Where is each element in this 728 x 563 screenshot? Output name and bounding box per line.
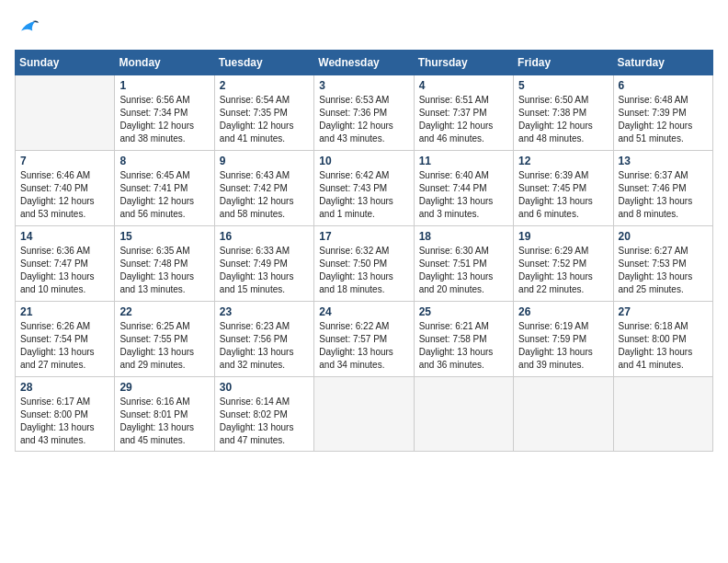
calendar-day: 2Sunrise: 6:54 AMSunset: 7:35 PMDaylight… — [214, 75, 313, 151]
calendar-table: SundayMondayTuesdayWednesdayThursdayFrid… — [15, 50, 713, 452]
calendar-day — [314, 377, 414, 452]
day-info: Sunrise: 6:37 AMSunset: 7:46 PMDaylight:… — [619, 169, 708, 221]
day-info: Sunrise: 6:27 AMSunset: 7:53 PMDaylight:… — [619, 245, 708, 296]
day-info: Sunrise: 6:25 AMSunset: 7:55 PMDaylight:… — [119, 320, 209, 372]
calendar-day: 6Sunrise: 6:48 AMSunset: 7:39 PMDaylight… — [613, 75, 712, 151]
day-info: Sunrise: 6:53 AMSunset: 7:36 PMDaylight:… — [319, 94, 408, 145]
calendar-week-3: 14Sunrise: 6:36 AMSunset: 7:47 PMDayligh… — [16, 226, 713, 302]
day-number: 24 — [319, 305, 408, 318]
calendar-day: 29Sunrise: 6:16 AMSunset: 8:01 PMDayligh… — [115, 377, 214, 452]
calendar-day — [16, 75, 115, 151]
day-number: 19 — [518, 230, 608, 243]
column-header-sunday: Sunday — [16, 51, 115, 75]
column-header-thursday: Thursday — [414, 51, 513, 75]
calendar-day: 17Sunrise: 6:32 AMSunset: 7:50 PMDayligh… — [314, 226, 414, 302]
day-info: Sunrise: 6:33 AMSunset: 7:49 PMDaylight:… — [220, 245, 309, 296]
calendar-day — [414, 377, 513, 452]
day-number: 28 — [20, 381, 109, 394]
calendar-week-2: 7Sunrise: 6:46 AMSunset: 7:40 PMDaylight… — [16, 151, 713, 226]
day-number: 12 — [518, 155, 608, 167]
day-info: Sunrise: 6:22 AMSunset: 7:57 PMDaylight:… — [319, 320, 408, 372]
calendar-day: 7Sunrise: 6:46 AMSunset: 7:40 PMDaylight… — [16, 151, 115, 226]
day-number: 7 — [20, 155, 109, 167]
day-info: Sunrise: 6:21 AMSunset: 7:58 PMDaylight:… — [419, 320, 508, 372]
day-number: 13 — [619, 155, 708, 167]
calendar-day: 18Sunrise: 6:30 AMSunset: 7:51 PMDayligh… — [414, 226, 513, 302]
day-info: Sunrise: 6:18 AMSunset: 8:00 PMDaylight:… — [619, 320, 708, 372]
day-info: Sunrise: 6:26 AMSunset: 7:54 PMDaylight:… — [20, 320, 109, 372]
day-number: 17 — [319, 230, 408, 243]
calendar-day: 1Sunrise: 6:56 AMSunset: 7:34 PMDaylight… — [115, 75, 214, 151]
calendar-day: 5Sunrise: 6:50 AMSunset: 7:38 PMDaylight… — [514, 75, 613, 151]
day-info: Sunrise: 6:23 AMSunset: 7:56 PMDaylight:… — [220, 320, 309, 372]
day-info: Sunrise: 6:29 AMSunset: 7:52 PMDaylight:… — [518, 245, 608, 296]
day-number: 30 — [220, 381, 309, 394]
column-header-wednesday: Wednesday — [314, 51, 414, 75]
day-number: 20 — [619, 230, 708, 243]
day-number: 3 — [319, 79, 408, 92]
day-number: 25 — [419, 305, 508, 318]
calendar-day: 22Sunrise: 6:25 AMSunset: 7:55 PMDayligh… — [115, 302, 214, 377]
calendar-day: 27Sunrise: 6:18 AMSunset: 8:00 PMDayligh… — [613, 302, 712, 377]
calendar-day: 19Sunrise: 6:29 AMSunset: 7:52 PMDayligh… — [514, 226, 613, 302]
day-info: Sunrise: 6:36 AMSunset: 7:47 PMDaylight:… — [20, 245, 109, 296]
calendar-day: 30Sunrise: 6:14 AMSunset: 8:02 PMDayligh… — [214, 377, 313, 452]
column-header-friday: Friday — [514, 51, 613, 75]
day-info: Sunrise: 6:51 AMSunset: 7:37 PMDaylight:… — [419, 94, 508, 145]
day-info: Sunrise: 6:19 AMSunset: 7:59 PMDaylight:… — [518, 320, 608, 372]
calendar-header-row: SundayMondayTuesdayWednesdayThursdayFrid… — [16, 51, 713, 75]
day-info: Sunrise: 6:43 AMSunset: 7:42 PMDaylight:… — [220, 169, 309, 221]
day-info: Sunrise: 6:50 AMSunset: 7:38 PMDaylight:… — [518, 94, 608, 145]
day-number: 23 — [220, 305, 309, 318]
calendar-day: 14Sunrise: 6:36 AMSunset: 7:47 PMDayligh… — [16, 226, 115, 302]
calendar-body: 1Sunrise: 6:56 AMSunset: 7:34 PMDaylight… — [16, 75, 713, 452]
day-number: 6 — [619, 79, 708, 92]
calendar-day: 9Sunrise: 6:43 AMSunset: 7:42 PMDaylight… — [214, 151, 313, 226]
day-number: 5 — [518, 79, 608, 92]
calendar-day: 8Sunrise: 6:45 AMSunset: 7:41 PMDaylight… — [115, 151, 214, 226]
calendar-week-1: 1Sunrise: 6:56 AMSunset: 7:34 PMDaylight… — [16, 75, 713, 151]
day-info: Sunrise: 6:45 AMSunset: 7:41 PMDaylight:… — [119, 169, 209, 221]
day-number: 29 — [119, 381, 209, 394]
day-number: 1 — [119, 79, 209, 92]
calendar-day: 23Sunrise: 6:23 AMSunset: 7:56 PMDayligh… — [214, 302, 313, 377]
day-info: Sunrise: 6:17 AMSunset: 8:00 PMDaylight:… — [20, 396, 109, 447]
calendar-week-4: 21Sunrise: 6:26 AMSunset: 7:54 PMDayligh… — [16, 302, 713, 377]
day-info: Sunrise: 6:56 AMSunset: 7:34 PMDaylight:… — [119, 94, 209, 145]
page-header — [15, 15, 713, 40]
column-header-monday: Monday — [115, 51, 214, 75]
day-number: 26 — [518, 305, 608, 318]
column-header-tuesday: Tuesday — [214, 51, 313, 75]
calendar-day: 16Sunrise: 6:33 AMSunset: 7:49 PMDayligh… — [214, 226, 313, 302]
calendar-day: 20Sunrise: 6:27 AMSunset: 7:53 PMDayligh… — [613, 226, 712, 302]
day-number: 2 — [220, 79, 309, 92]
day-info: Sunrise: 6:42 AMSunset: 7:43 PMDaylight:… — [319, 169, 408, 221]
day-number: 18 — [419, 230, 508, 243]
day-number: 16 — [220, 230, 309, 243]
day-number: 14 — [20, 230, 109, 243]
calendar-day: 15Sunrise: 6:35 AMSunset: 7:48 PMDayligh… — [115, 226, 214, 302]
calendar-day: 28Sunrise: 6:17 AMSunset: 8:00 PMDayligh… — [16, 377, 115, 452]
day-info: Sunrise: 6:16 AMSunset: 8:01 PMDaylight:… — [119, 396, 209, 447]
day-number: 22 — [119, 305, 209, 318]
day-number: 11 — [419, 155, 508, 167]
day-info: Sunrise: 6:30 AMSunset: 7:51 PMDaylight:… — [419, 245, 508, 296]
day-info: Sunrise: 6:39 AMSunset: 7:45 PMDaylight:… — [518, 169, 608, 221]
calendar-day: 26Sunrise: 6:19 AMSunset: 7:59 PMDayligh… — [514, 302, 613, 377]
calendar-day: 25Sunrise: 6:21 AMSunset: 7:58 PMDayligh… — [414, 302, 513, 377]
logo — [15, 15, 44, 40]
calendar-day: 12Sunrise: 6:39 AMSunset: 7:45 PMDayligh… — [514, 151, 613, 226]
calendar-week-5: 28Sunrise: 6:17 AMSunset: 8:00 PMDayligh… — [16, 377, 713, 452]
calendar-day: 21Sunrise: 6:26 AMSunset: 7:54 PMDayligh… — [16, 302, 115, 377]
day-number: 4 — [419, 79, 508, 92]
day-info: Sunrise: 6:48 AMSunset: 7:39 PMDaylight:… — [619, 94, 708, 145]
calendar-day: 11Sunrise: 6:40 AMSunset: 7:44 PMDayligh… — [414, 151, 513, 226]
day-number: 9 — [220, 155, 309, 167]
day-number: 8 — [119, 155, 209, 167]
day-number: 21 — [20, 305, 109, 318]
calendar-day — [514, 377, 613, 452]
day-info: Sunrise: 6:46 AMSunset: 7:40 PMDaylight:… — [20, 169, 109, 221]
calendar-day: 24Sunrise: 6:22 AMSunset: 7:57 PMDayligh… — [314, 302, 414, 377]
day-info: Sunrise: 6:40 AMSunset: 7:44 PMDaylight:… — [419, 169, 508, 221]
day-info: Sunrise: 6:54 AMSunset: 7:35 PMDaylight:… — [220, 94, 309, 145]
